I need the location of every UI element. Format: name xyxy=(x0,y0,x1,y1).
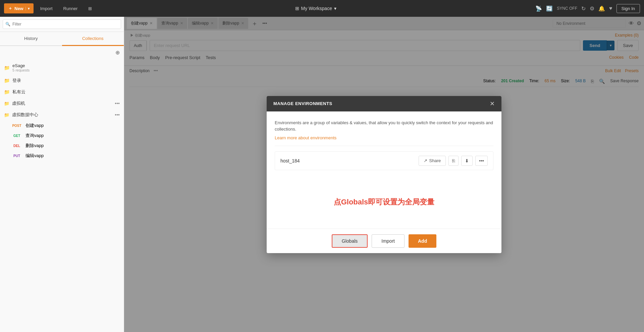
topbar-right: 📡 🔄 SYNC OFF ↻ ⚙ 🔔 ♥ Sign In xyxy=(535,4,640,13)
dialog-title: MANAGE ENVIRONMENTS xyxy=(273,101,332,106)
collection-group: 📁 虚拟机 ••• xyxy=(0,98,124,109)
filter-input[interactable] xyxy=(3,19,121,29)
folder-icon: 📁 xyxy=(4,112,9,117)
search-icon: 🔍 xyxy=(5,22,10,27)
search-wrapper: 🔍 xyxy=(3,19,121,29)
duplicate-button[interactable]: ⎘ xyxy=(448,156,459,166)
list-item[interactable]: POST 创建vapp xyxy=(0,121,124,131)
list-item[interactable]: GET 查询vapp xyxy=(0,131,124,141)
globals-button[interactable]: Globals xyxy=(332,234,368,248)
manage-environments-dialog: MANAGE ENVIRONMENTS ✕ Environments are a… xyxy=(267,96,501,253)
sign-in-button[interactable]: Sign In xyxy=(616,4,640,13)
learn-more-link[interactable]: Learn more about environments xyxy=(275,135,336,140)
import-button[interactable]: Import xyxy=(36,4,57,13)
modal-overlay[interactable]: MANAGE ENVIRONMENTS ✕ Environments are a… xyxy=(124,17,644,332)
new-label: New xyxy=(14,6,23,11)
method-post-badge: POST xyxy=(11,123,23,128)
plus-icon: ＋ xyxy=(8,5,12,11)
collection-info: eSage 5 requests xyxy=(12,63,30,72)
dialog-divider xyxy=(275,146,493,146)
method-put-badge: PUT xyxy=(11,153,23,158)
workspace-dropdown-icon: ▾ xyxy=(334,6,336,11)
request-name: 查询vapp xyxy=(25,133,44,139)
collection-name: eSage xyxy=(12,63,30,68)
workspace-label: My Workspace xyxy=(301,6,332,11)
new-button[interactable]: ＋ New ▾ xyxy=(4,3,34,13)
topbar: ＋ New ▾ Import Runner ⊞ ⊞ My Workspace ▾… xyxy=(0,0,644,17)
sidebar-tabs: History Collections xyxy=(0,32,124,46)
heart-icon[interactable]: ♥ xyxy=(609,5,612,11)
collection-header[interactable]: 📁 虚拟机 ••• xyxy=(0,98,124,109)
folder-icon: 📁 xyxy=(4,101,9,106)
environment-name: host_184 xyxy=(280,158,300,163)
folder-icon: 📁 xyxy=(4,78,10,83)
collection-name: 登录 xyxy=(12,78,21,84)
dialog-close-button[interactable]: ✕ xyxy=(490,101,495,107)
refresh-icon[interactable]: ↻ xyxy=(581,5,586,12)
bell-icon[interactable]: 🔔 xyxy=(598,5,605,12)
method-del-badge: DEL xyxy=(11,143,23,148)
more-button[interactable]: ••• xyxy=(115,112,120,117)
environment-actions: ↗ Share ⎘ ⬇ ••• xyxy=(419,156,488,166)
dialog-description: Environments are a group of variables & … xyxy=(275,120,493,133)
request-name: 创建vapp xyxy=(25,123,44,129)
collection-name: 私有云 xyxy=(12,89,25,95)
collection-sub: 5 requests xyxy=(12,68,30,72)
sync-icon[interactable]: 🔄 xyxy=(546,5,553,12)
add-button[interactable]: Add xyxy=(409,234,436,248)
tab-collections[interactable]: Collections xyxy=(62,32,124,46)
collection-header-left: 📁 虚拟机 xyxy=(4,100,25,106)
collection-group: 📁 虚拟数据中心 ••• POST 创建vapp GET 查询vapp DEL … xyxy=(0,109,124,161)
more-options-button[interactable]: ••• xyxy=(475,156,488,166)
list-item[interactable]: 📁 eSage 5 requests xyxy=(0,60,124,75)
download-button[interactable]: ⬇ xyxy=(461,156,473,166)
topbar-center: ⊞ My Workspace ▾ xyxy=(99,6,533,11)
settings-icon[interactable]: ⚙ xyxy=(590,5,594,12)
grid-icon: ⊞ xyxy=(295,6,299,11)
folder-icon: 📁 xyxy=(4,65,10,70)
dialog-header: MANAGE ENVIRONMENTS ✕ xyxy=(267,96,501,111)
request-name: 删除vapp xyxy=(25,143,44,149)
sidebar-actions: ⊕ xyxy=(0,46,124,59)
tab-history[interactable]: History xyxy=(0,32,62,46)
satellite-icon[interactable]: 📡 xyxy=(535,5,542,12)
collection-header[interactable]: 📁 虚拟数据中心 ••• xyxy=(0,109,124,121)
dialog-footer: Globals Import Add xyxy=(267,229,501,253)
share-icon: ↗ xyxy=(424,158,427,163)
list-item[interactable]: PUT 编辑vapp xyxy=(0,151,124,161)
more-button[interactable]: ••• xyxy=(115,101,120,106)
list-item[interactable]: DEL 删除vapp xyxy=(0,141,124,151)
collection-name: 虚拟数据中心 xyxy=(12,112,38,118)
collection-list: 📁 eSage 5 requests 📁 登录 📁 私有云 📁 xyxy=(0,59,124,332)
dialog-body: Environments are a group of variables & … xyxy=(267,111,501,229)
sidebar: 🔍 History Collections ⊕ 📁 eSage 5 reques… xyxy=(0,17,124,332)
environment-item: host_184 ↗ Share ⎘ ⬇ ••• xyxy=(275,151,493,170)
layout-button[interactable]: ⊞ xyxy=(84,4,96,13)
sync-status: SYNC OFF xyxy=(557,6,577,11)
share-button[interactable]: ↗ Share xyxy=(419,156,446,166)
request-name: 编辑vapp xyxy=(25,153,44,159)
annotation-text: 点Globals即可设置为全局变量 xyxy=(275,197,493,207)
import-dialog-button[interactable]: Import xyxy=(372,234,405,248)
list-item[interactable]: 📁 登录 xyxy=(0,75,124,86)
new-dropdown-arrow[interactable]: ▾ xyxy=(25,7,30,10)
sidebar-search-area: 🔍 xyxy=(0,17,124,32)
main-layout: 🔍 History Collections ⊕ 📁 eSage 5 reques… xyxy=(0,17,644,332)
content-area: 创建vapp ✕ 查询vapp ✕ 编辑vapp ✕ 删除vapp ✕ ＋ ••… xyxy=(124,17,644,332)
folder-icon: 📁 xyxy=(4,89,10,95)
method-get-badge: GET xyxy=(11,133,23,138)
workspace-button[interactable]: ⊞ My Workspace ▾ xyxy=(295,6,336,11)
new-collection-button[interactable]: ⊕ xyxy=(114,48,121,57)
collection-name: 虚拟机 xyxy=(12,100,25,106)
share-label: Share xyxy=(429,158,441,163)
list-item[interactable]: 📁 私有云 xyxy=(0,86,124,98)
runner-button[interactable]: Runner xyxy=(59,4,82,13)
collection-header-left: 📁 虚拟数据中心 xyxy=(4,112,38,118)
